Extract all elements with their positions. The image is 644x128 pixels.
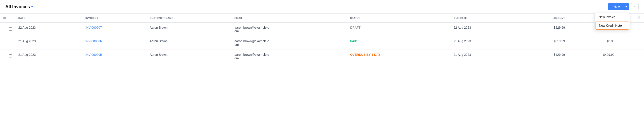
dropdown-item-new-credit-note[interactable]: New Credit Note <box>595 22 629 30</box>
row-status-0: DRAFT <box>347 23 450 36</box>
row-status-1: PAID <box>347 36 450 50</box>
row-checkbox-cell-0[interactable] <box>7 23 15 36</box>
row-email-1: aaron.brown@example.com <box>231 36 347 50</box>
col-checkbox <box>7 14 15 23</box>
row-status-2: OVERDUE BY 1 DAY <box>347 50 450 63</box>
row-duedate-0: 22 Aug 2023 <box>450 23 518 36</box>
select-all-checkbox[interactable] <box>9 16 12 19</box>
row-duedate-2: 21 Aug 2023 <box>450 50 518 63</box>
row-customer-1: Aaron Brown <box>146 36 231 50</box>
more-options-button[interactable]: ··· <box>631 3 639 10</box>
col-duedate-header: DUE DATE <box>450 14 518 23</box>
dropdown-item-new-invoice[interactable]: New Invoice <box>594 13 630 21</box>
table-row: 22 Aug 2023 INV-000007 Aaron Brown aaron… <box>0 23 644 36</box>
row-extra-2 <box>618 50 644 63</box>
new-dropdown: New Invoice New Credit Note <box>594 13 630 30</box>
new-button-arrow-icon[interactable]: ▾ <box>623 3 629 10</box>
invoice-link-2[interactable]: INV-000005 <box>86 53 102 56</box>
new-button[interactable]: + New ▾ <box>608 3 629 10</box>
row-invoice-num-1[interactable]: INV-000006 <box>82 36 147 50</box>
row-invoice-num-2[interactable]: INV-000005 <box>82 50 147 63</box>
table-row: 21 Aug 2023 INV-000006 Aaron Brown aaron… <box>0 36 644 50</box>
header-actions: + New ▾ ··· New Invoice New Credit Note <box>608 3 639 10</box>
col-invoice-num-header: INVOICE# <box>82 14 147 23</box>
col-date-header: DATE <box>15 14 82 23</box>
row-icon-cell-0 <box>0 23 7 36</box>
row-date-2: 21 Aug 2023 <box>15 50 82 63</box>
col-customer-header: CUSTOMER NAME <box>146 14 231 23</box>
page-title: All Invoices <box>5 4 30 9</box>
row-amount-2: $429.99 <box>518 50 568 63</box>
row-extra-1 <box>618 36 644 50</box>
table-row: 21 Aug 2023 INV-000005 Aaron Brown aaron… <box>0 50 644 63</box>
page-header: All Invoices ▾ + New ▾ ··· New Invoice N… <box>0 0 644 14</box>
row-customer-0: Aaron Brown <box>146 23 231 36</box>
col-icon: ⊞ <box>0 14 7 23</box>
table-header-row: ⊞ DATE INVOICE# CUSTOMER NAME EMAIL STAT… <box>0 14 644 23</box>
row-invoice-num-0[interactable]: INV-000007 <box>82 23 147 36</box>
invoices-table: ⊞ DATE INVOICE# CUSTOMER NAME EMAIL STAT… <box>0 14 644 63</box>
row-balance-1: $0.00 <box>568 36 618 50</box>
row-amount-0: $229.99 <box>518 23 568 36</box>
row-checkbox-1[interactable] <box>9 41 12 44</box>
invoice-link-1[interactable]: INV-000006 <box>86 39 102 43</box>
row-customer-2: Aaron Brown <box>146 50 231 63</box>
col-email-header: EMAIL <box>231 14 347 23</box>
new-button-label[interactable]: + New <box>608 3 623 10</box>
row-date-0: 22 Aug 2023 <box>15 23 82 36</box>
row-icon-cell-1 <box>0 36 7 50</box>
search-button[interactable]: ⚲ <box>638 16 640 20</box>
invoices-table-container: ⊞ DATE INVOICE# CUSTOMER NAME EMAIL STAT… <box>0 14 644 63</box>
table-view-icon: ⊞ <box>3 16 6 20</box>
row-email-0: aaron.brown@example.com <box>231 23 347 36</box>
row-amount-1: $819.99 <box>518 36 568 50</box>
row-date-1: 21 Aug 2023 <box>15 36 82 50</box>
row-balance-2: $429.99 <box>568 50 618 63</box>
row-icon-cell-2 <box>0 50 7 63</box>
title-chevron-icon[interactable]: ▾ <box>31 5 33 9</box>
row-checkbox-2[interactable] <box>9 54 12 58</box>
page-title-container: All Invoices ▾ <box>5 4 33 9</box>
row-duedate-1: 21 Aug 2023 <box>450 36 518 50</box>
row-checkbox-0[interactable] <box>9 27 12 31</box>
col-amount-header: AMOUNT <box>518 14 568 23</box>
row-checkbox-cell-2[interactable] <box>7 50 15 63</box>
row-email-2: aaron.brown@example.com <box>231 50 347 63</box>
col-status-header: STATUS <box>347 14 450 23</box>
invoice-link-0[interactable]: INV-000007 <box>86 26 102 29</box>
row-checkbox-cell-1[interactable] <box>7 36 15 50</box>
